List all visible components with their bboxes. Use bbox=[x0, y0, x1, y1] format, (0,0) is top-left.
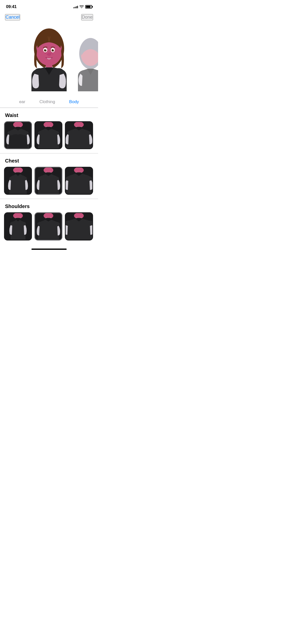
done-button[interactable]: Done bbox=[81, 14, 93, 20]
svg-point-19 bbox=[47, 53, 51, 56]
tab-body[interactable]: Body bbox=[62, 97, 86, 107]
svg-point-41 bbox=[21, 176, 27, 181]
chest-title: Chest bbox=[0, 158, 98, 167]
svg-point-31 bbox=[52, 131, 59, 135]
avatar-preview bbox=[0, 23, 98, 91]
waist-option-2-art bbox=[35, 122, 62, 148]
shoulder-option-1-art bbox=[5, 213, 31, 239]
svg-point-25 bbox=[8, 131, 15, 135]
svg-point-46 bbox=[52, 176, 59, 181]
tab-clothing[interactable]: Clothing bbox=[32, 97, 62, 107]
svg-point-51 bbox=[84, 176, 92, 181]
shoulders-section: Shoulders bbox=[0, 199, 98, 244]
nav-bar: Cancel Done bbox=[0, 12, 98, 23]
battery-icon bbox=[85, 5, 92, 9]
svg-point-35 bbox=[67, 131, 74, 135]
svg-point-56 bbox=[21, 222, 26, 226]
svg-point-36 bbox=[84, 131, 91, 135]
shoulder-option-2-art bbox=[35, 213, 62, 239]
svg-point-50 bbox=[66, 176, 74, 181]
wifi-icon bbox=[79, 5, 84, 8]
shoulders-options bbox=[0, 212, 98, 244]
svg-point-60 bbox=[37, 222, 45, 227]
svg-point-14 bbox=[46, 50, 46, 50]
shoulder-option-2[interactable] bbox=[34, 212, 62, 240]
cancel-button[interactable]: Cancel bbox=[5, 14, 20, 20]
signal-icon bbox=[73, 5, 78, 8]
svg-point-26 bbox=[22, 131, 29, 135]
chest-option-3-art bbox=[66, 168, 92, 194]
svg-point-4 bbox=[54, 68, 64, 75]
svg-point-45 bbox=[38, 176, 45, 181]
waist-option-2[interactable] bbox=[34, 121, 62, 149]
svg-point-55 bbox=[10, 222, 15, 226]
waist-option-1[interactable] bbox=[4, 121, 32, 149]
status-bar: 09:41 bbox=[0, 0, 98, 12]
status-time: 09:41 bbox=[6, 4, 17, 9]
waist-option-3[interactable] bbox=[65, 121, 93, 149]
svg-point-18 bbox=[53, 50, 54, 50]
main-avatar bbox=[24, 26, 74, 91]
svg-point-6 bbox=[45, 52, 46, 54]
chest-section: Chest bbox=[0, 153, 98, 199]
svg-point-61 bbox=[52, 222, 60, 227]
shoulder-option-3-art bbox=[66, 213, 92, 239]
chest-option-2-art bbox=[35, 168, 62, 194]
waist-section: Waist bbox=[0, 108, 98, 153]
shoulder-option-1[interactable] bbox=[4, 212, 32, 240]
waist-option-1-art bbox=[5, 122, 31, 148]
chest-option-2[interactable] bbox=[34, 167, 62, 195]
svg-point-9 bbox=[52, 54, 53, 55]
shoulders-title: Shoulders bbox=[0, 204, 98, 212]
svg-point-10 bbox=[49, 52, 50, 53]
waist-title: Waist bbox=[0, 112, 98, 121]
svg-point-30 bbox=[38, 131, 45, 135]
shoulder-option-3[interactable] bbox=[65, 212, 93, 240]
chest-option-1-art bbox=[5, 168, 31, 194]
waist-option-3-art bbox=[66, 122, 92, 148]
chest-option-3[interactable] bbox=[65, 167, 93, 195]
home-indicator bbox=[31, 249, 67, 250]
svg-point-40 bbox=[9, 176, 16, 181]
status-icons bbox=[73, 5, 92, 9]
waist-options bbox=[0, 121, 98, 153]
chest-options bbox=[0, 167, 98, 199]
svg-point-3 bbox=[34, 68, 45, 75]
tab-bar: ear Clothing Body bbox=[0, 93, 98, 108]
tab-headwear[interactable]: ear bbox=[12, 97, 32, 107]
chest-option-1[interactable] bbox=[4, 167, 32, 195]
secondary-avatar bbox=[75, 36, 98, 91]
